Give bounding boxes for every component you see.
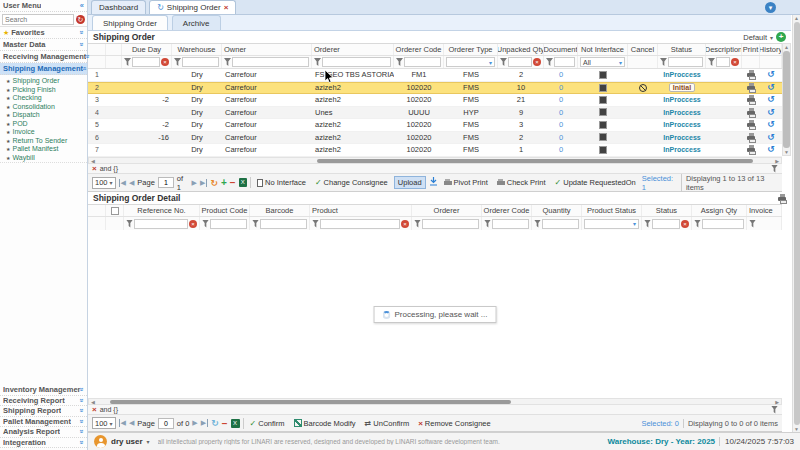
circle-action-icon[interactable]: ▾ <box>765 2 776 13</box>
filter-orderer-type-select[interactable]: ▾ <box>446 57 495 67</box>
chevron-down-icon[interactable]: ▾ <box>147 438 150 445</box>
sidebar-submenu-item[interactable]: ★ Consolidation <box>0 103 87 112</box>
col-orderer[interactable]: Orderer <box>412 205 482 216</box>
first-page-button[interactable]: ◀ <box>119 419 126 427</box>
pivot-print-button[interactable]: Pivot Print <box>441 177 491 188</box>
sidebar-submenu-item[interactable]: ★ Checking <box>0 94 87 103</box>
col-warehouse[interactable]: Warehouse <box>172 44 222 55</box>
col-due-day[interactable]: Due Day <box>122 44 172 55</box>
add-layout-icon[interactable]: + <box>776 32 786 42</box>
no-interface-button[interactable]: No Interface <box>254 177 309 188</box>
sidebar-submenu-item[interactable]: ★ Picking Finish <box>0 86 87 95</box>
print-icon[interactable] <box>747 136 755 140</box>
clear-filter-expression-icon[interactable]: × <box>92 164 97 173</box>
filter-warehouse-input[interactable] <box>182 57 219 67</box>
filter-icon[interactable] <box>708 58 715 66</box>
clear-filter-icon[interactable]: × <box>161 58 169 66</box>
col-product-status[interactable]: Product Status <box>582 205 642 216</box>
filter-orderer-code-input[interactable] <box>404 57 441 67</box>
table-row[interactable]: 5 -2 Dry Carrefour azizeh2 102020 FMS 3 … <box>88 119 782 132</box>
next-page-button[interactable]: ▶ <box>192 419 197 427</box>
sidebar-submenu-item[interactable]: ★ Pallet Manifest <box>0 145 87 154</box>
check-print-button[interactable]: Check Print <box>494 177 549 188</box>
col-print[interactable]: Print <box>742 44 760 55</box>
clear-filter-icon[interactable]: × <box>533 58 541 66</box>
main-tab[interactable]: ↻ Dashboard × <box>91 0 146 14</box>
table-row[interactable]: 7 Dry Carrefour azizeh2 102020 FMS 1 0 I… <box>88 144 782 157</box>
print-icon[interactable] <box>747 148 755 152</box>
tab-close-icon[interactable]: × <box>224 3 229 12</box>
sidebar-section[interactable]: Shipping Report » <box>0 406 87 417</box>
update-requestedon-button[interactable]: ✓Update RequestedOn <box>552 177 639 188</box>
filter-orderer-input[interactable] <box>322 57 391 67</box>
col-orderer-code[interactable]: Orderer Code <box>482 205 532 216</box>
status-badge[interactable]: Initial <box>669 83 695 92</box>
scroll-right-icon[interactable]: ▶ <box>775 158 779 164</box>
history-icon[interactable]: ↺ <box>767 83 775 92</box>
col-document[interactable]: Document <box>544 44 578 55</box>
col-status[interactable]: Status <box>658 44 706 55</box>
last-page-button[interactable]: ▶ <box>200 179 207 187</box>
filter-icon[interactable] <box>771 165 778 173</box>
col-quantity[interactable]: Quantity <box>532 205 582 216</box>
table-row[interactable]: 3 -2 Dry Carrefour azizeh2 102020 FMS 21… <box>88 94 782 107</box>
filter-product-input[interactable] <box>320 219 400 229</box>
remove-consignee-button[interactable]: ×Remove Consignee <box>415 418 494 429</box>
scroll-up-icon[interactable]: ▲ <box>784 44 789 50</box>
filter-icon[interactable] <box>312 220 319 228</box>
filter-orderer-input[interactable] <box>422 219 479 229</box>
col-invoice[interactable]: Invoice <box>747 205 782 216</box>
history-icon[interactable]: ↺ <box>767 145 775 154</box>
filter-status-input[interactable] <box>668 57 703 67</box>
history-icon[interactable]: ↺ <box>767 95 775 104</box>
sidebar-header[interactable]: User Menu « <box>0 0 87 12</box>
scroll-down-icon[interactable]: ▼ <box>784 149 789 155</box>
cancel-icon[interactable] <box>639 84 647 92</box>
filter-product-code-input[interactable] <box>210 219 247 229</box>
main-tab[interactable]: ↻ Shipping Order × <box>149 0 236 14</box>
filter-icon[interactable] <box>224 58 231 66</box>
sidebar-section[interactable]: Receiving Report » <box>0 396 87 407</box>
delete-row-icon[interactable]: − <box>222 418 228 429</box>
filter-reference-no-input[interactable] <box>134 219 188 229</box>
search-clear-icon[interactable]: ↻ <box>76 15 85 24</box>
upload-icon[interactable] <box>429 177 438 188</box>
history-icon[interactable]: ↺ <box>767 133 775 142</box>
filter-icon[interactable] <box>749 220 756 228</box>
add-row-icon[interactable]: + <box>221 177 227 188</box>
cell-document-link[interactable]: 0 <box>544 119 578 131</box>
status-badge[interactable]: InProccess <box>663 146 700 153</box>
sidebar-section[interactable]: ★ Master Data » <box>0 39 87 51</box>
master-vertical-scrollbar[interactable]: ▲ ▼ <box>782 43 791 156</box>
status-badge[interactable]: InProccess <box>663 134 700 141</box>
sidebar-submenu-item[interactable]: ★ Return To Sender <box>0 137 87 146</box>
history-icon[interactable]: ↺ <box>767 70 775 79</box>
page-vertical-scrollbar[interactable]: ▲ ▼ <box>792 15 800 432</box>
clear-filter-expression-icon[interactable]: × <box>92 405 97 414</box>
refresh-icon[interactable]: ↻ <box>210 178 218 188</box>
status-badge[interactable]: InProccess <box>663 71 700 78</box>
filter-icon[interactable] <box>500 58 507 66</box>
filter-icon[interactable] <box>694 220 701 228</box>
print-icon[interactable] <box>747 98 755 102</box>
sub-tab[interactable]: Shipping Order <box>92 15 168 30</box>
col-not-interface[interactable]: Not Interface <box>578 44 628 55</box>
filter-quantity-input[interactable] <box>542 219 579 229</box>
clear-filter-icon[interactable]: × <box>731 58 739 66</box>
col-product[interactable]: Product <box>310 205 412 216</box>
filter-unpacked-qty-input[interactable] <box>508 57 532 67</box>
not-interface-checkbox[interactable] <box>599 96 607 104</box>
cell-document-link[interactable]: 0 <box>544 69 578 81</box>
change-consignee-button[interactable]: ✓Change Consignee <box>312 177 391 188</box>
filter-not-interface-select[interactable]: All▾ <box>580 57 625 67</box>
filter-assign-qty-input[interactable] <box>702 219 744 229</box>
col-reference-no[interactable]: Reference No. <box>124 205 200 216</box>
delete-row-icon[interactable]: − <box>230 177 236 188</box>
print-icon[interactable] <box>747 123 755 127</box>
scrollbar-thumb[interactable] <box>317 159 753 163</box>
sidebar-section[interactable]: Inventory Management » <box>0 385 87 396</box>
scrollbar-thumb[interactable] <box>794 22 800 425</box>
table-row[interactable]: 4 Dry Carrefour Unes UUUU HYP 9 0 InProc… <box>88 107 782 120</box>
user-avatar[interactable] <box>94 435 107 448</box>
confirm-button[interactable]: ✓Confirm <box>247 418 288 429</box>
